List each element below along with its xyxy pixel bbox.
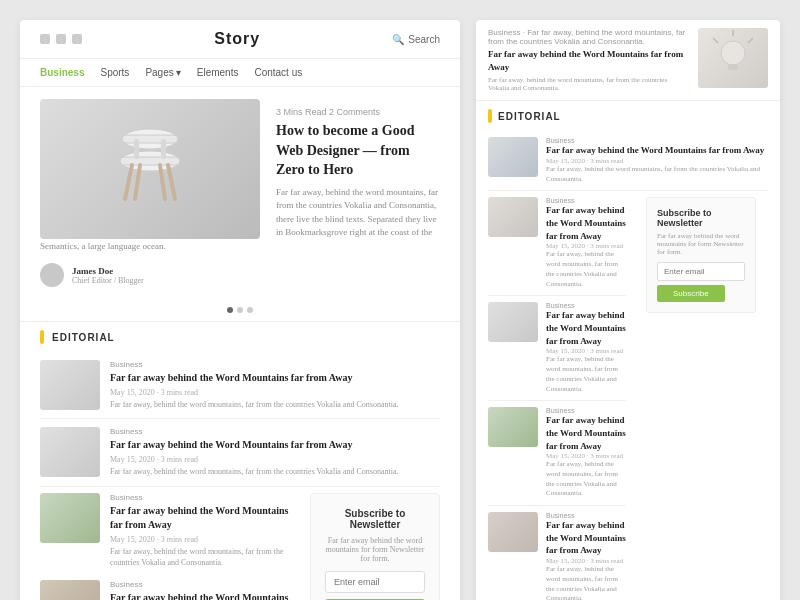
right-panel: Business · Far far away, behind the word…: [476, 20, 780, 600]
svg-line-7: [168, 165, 175, 199]
right-article-nl-row: Business Far far away behind the Word Mo…: [488, 191, 768, 600]
right-article-thumb: [488, 137, 538, 177]
article-title: Far far away behind the Word Mountains f…: [110, 504, 300, 532]
left-newsletter-box: Subscribe to Newsletter Far far away beh…: [310, 493, 440, 600]
right-article-title: Far far away behind the Word Mountains f…: [546, 519, 626, 557]
author-info: James Doe Chief Editor / Blogger: [72, 266, 144, 285]
right-top-feature: Business · Far far away, behind the word…: [476, 20, 780, 101]
article-thumb: [40, 493, 100, 543]
article-content: Business Far far away behind the Word Mo…: [110, 360, 440, 410]
article-newsletter-row: Business Far far away behind the Word Mo…: [40, 487, 440, 600]
search-button[interactable]: 🔍 Search: [392, 34, 440, 45]
hero-image: [40, 99, 260, 239]
right-article-excerpt: Far far away, behind the word mountains,…: [546, 565, 626, 600]
right-newsletter-email-input[interactable]: [657, 262, 745, 281]
article-item: Business Far far away behind the Word Mo…: [40, 487, 300, 574]
twitter-icon[interactable]: [56, 34, 66, 44]
newsletter-subtitle: Far far away behind the word mountains f…: [325, 536, 425, 563]
right-article-meta: May 15, 2020 · 3 mins read: [546, 557, 626, 565]
right-article-thumb: [488, 197, 538, 237]
right-article-meta: May 15, 2020 · 3 mins read: [546, 157, 768, 165]
site-title: Story: [214, 30, 260, 48]
right-feature-content: Business · Far far away, behind the word…: [488, 28, 690, 92]
svg-rect-3: [122, 135, 178, 143]
right-editorial-header: EDITORIAL: [476, 101, 780, 131]
right-article-item: Business Far far away behind the Word Mo…: [488, 131, 768, 191]
right-newsletter-subtitle: Far far away behind the word mountains f…: [657, 232, 745, 256]
newsletter-email-input[interactable]: [325, 571, 425, 593]
article-meta: May 15, 2020 · 3 mins read: [110, 535, 300, 544]
right-newsletter-subscribe-button[interactable]: Subscribe: [657, 285, 725, 302]
page-wrapper: Story 🔍 Search Business Sports Pages ▾ E…: [0, 0, 800, 600]
left-panel: Story 🔍 Search Business Sports Pages ▾ E…: [20, 20, 460, 600]
right-article-thumb: [488, 512, 538, 552]
right-top-thumb: [698, 28, 768, 88]
right-article-list: Business Far far away behind the Word Mo…: [476, 131, 780, 600]
article-thumb: [40, 427, 100, 477]
right-article-cat: Business: [546, 407, 626, 414]
dot-3[interactable]: [247, 307, 253, 313]
chair-illustration: [110, 119, 190, 219]
social-icons: [40, 34, 82, 44]
nav-contact[interactable]: Contact us: [254, 67, 302, 78]
svg-rect-4: [134, 139, 139, 159]
author-name: James Doe: [72, 266, 144, 276]
article-list: Business Far far away behind the Word Mo…: [20, 352, 460, 600]
right-article-cat: Business: [546, 197, 626, 204]
right-article-excerpt: Far far away, behind the word mountains,…: [546, 250, 626, 289]
right-article-title: Far far away behind the Word Mountains f…: [546, 204, 626, 242]
right-article-content: Business Far far away behind the Word Mo…: [546, 512, 626, 600]
right-article-item: Business Far far away behind the Word Mo…: [488, 191, 626, 296]
author-avatar: [40, 263, 64, 287]
instagram-icon[interactable]: [72, 34, 82, 44]
nav-business[interactable]: Business: [40, 67, 84, 78]
right-feature-title: Far far away behind the Word Mountains f…: [488, 48, 690, 73]
right-article-item: Business Far far away behind the Word Mo…: [488, 296, 626, 401]
right-article-thumb: [488, 407, 538, 447]
svg-rect-1: [120, 157, 180, 165]
article-title: Far far away behind the Word Mountains f…: [110, 438, 440, 452]
nav-sports[interactable]: Sports: [100, 67, 129, 78]
right-articles-group: Business Far far away behind the Word Mo…: [488, 191, 626, 600]
dot-1[interactable]: [227, 307, 233, 313]
right-article-cat: Business: [546, 302, 626, 309]
nav-pages[interactable]: Pages ▾: [145, 67, 180, 78]
article-title: Far far away behind the Word Mountains f…: [110, 591, 300, 600]
article-thumb: [40, 580, 100, 600]
chevron-down-icon: ▾: [176, 67, 181, 78]
article-category: Business: [110, 360, 440, 369]
author-role: Chief Editor / Blogger: [72, 276, 144, 285]
article-item: Business Far far away behind the Word Mo…: [40, 574, 300, 600]
right-article-content: Business Far far away behind the Word Mo…: [546, 197, 626, 289]
right-article-item: Business Far far away behind the Word Mo…: [488, 401, 626, 506]
right-article-meta: May 15, 2020 · 3 mins read: [546, 452, 626, 460]
article-content: Business Far far away behind the Word Mo…: [110, 493, 300, 568]
svg-line-14: [713, 38, 718, 43]
article-category: Business: [110, 493, 300, 502]
dot-2[interactable]: [237, 307, 243, 313]
article-thumb: [40, 360, 100, 410]
right-article-title: Far far away behind the Word Mountains f…: [546, 144, 768, 157]
article-excerpt: Far far away, behind the word mountains,…: [110, 466, 440, 477]
search-icon: 🔍: [392, 34, 404, 45]
nav-elements[interactable]: Elements: [197, 67, 239, 78]
right-feature-excerpt: Far far away, behind the word mountains,…: [488, 76, 690, 92]
article-category: Business: [110, 427, 440, 436]
right-article-content: Business Far far away behind the Word Mo…: [546, 407, 626, 499]
hero-section: 3 Mins Read 2 Comments How to become a G…: [40, 99, 440, 287]
facebook-icon[interactable]: [40, 34, 50, 44]
right-editorial-title: EDITORIAL: [498, 111, 561, 122]
article-category: Business: [110, 580, 300, 589]
right-article-excerpt: Far far away, behind the word mountains,…: [546, 460, 626, 499]
right-article-title: Far far away behind the Word Mountains f…: [546, 414, 626, 452]
site-header: Story 🔍 Search: [20, 20, 460, 59]
right-article-cat: Business: [546, 512, 626, 519]
right-article-meta: May 15, 2020 · 3 mins read: [546, 347, 626, 355]
right-article-meta: May 15, 2020 · 3 mins read: [546, 242, 626, 250]
bulb-illustration: [698, 28, 768, 88]
right-article-item: Business Far far away behind the Word Mo…: [488, 506, 626, 600]
article-content: Business Far far away behind the Word Mo…: [110, 427, 440, 477]
site-nav: Business Sports Pages ▾ Elements Contact…: [20, 59, 460, 87]
svg-rect-5: [161, 139, 166, 159]
article-excerpt: Far far away, behind the word mountains,…: [110, 546, 300, 568]
